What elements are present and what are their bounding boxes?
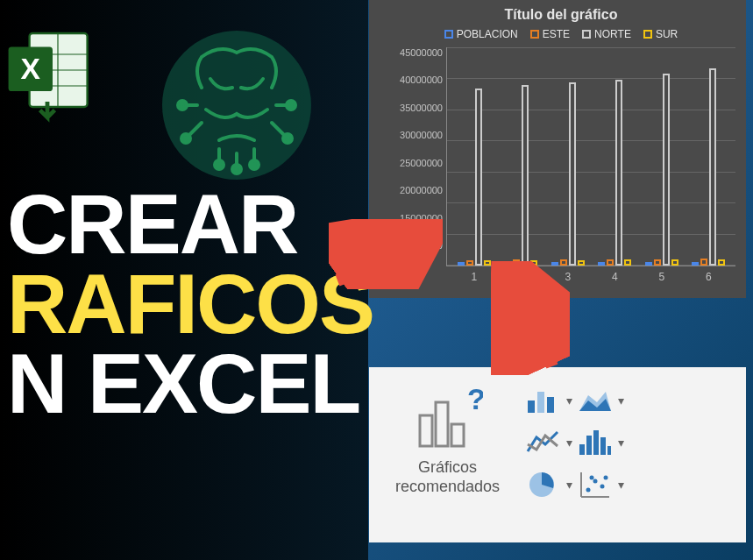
bar (709, 68, 716, 266)
bar (475, 89, 482, 266)
svg-rect-22 (579, 444, 585, 455)
x-tick: 6 (706, 271, 712, 283)
legend-swatch-icon (643, 30, 652, 39)
chart-title: Título del gráfico (387, 7, 735, 23)
chevron-down-icon[interactable]: ▾ (618, 436, 624, 450)
area-chart-icon[interactable] (578, 385, 613, 416)
bar-group: 5 (638, 74, 686, 266)
bar (671, 259, 678, 266)
legend-swatch-icon (582, 30, 591, 39)
bar-chart-icon[interactable] (526, 385, 561, 416)
pie-chart-icon[interactable] (526, 469, 561, 500)
svg-rect-23 (586, 436, 592, 455)
bar (578, 260, 585, 266)
circuit-brain-icon (158, 26, 316, 184)
bar (466, 260, 473, 266)
bar (615, 80, 622, 266)
recommended-charts-icon: ? (413, 385, 483, 455)
bar (458, 262, 465, 266)
svg-point-33 (604, 476, 608, 480)
svg-rect-25 (600, 437, 606, 455)
left-panel: X (0, 0, 368, 560)
svg-point-34 (590, 476, 594, 480)
legend-item: NORTE (582, 28, 631, 40)
y-tick: 25000000 (400, 158, 443, 168)
chart-type-grid: ▾ ▾ ▾ ▾ ▾ ▾ (526, 385, 624, 500)
svg-rect-24 (593, 430, 599, 455)
legend-label: POBLACION (457, 28, 518, 40)
svg-point-10 (283, 134, 292, 143)
title-block: CREAR RAFICOS N EXCEL (0, 184, 368, 424)
y-tick: 40000000 (400, 74, 443, 85)
legend-item: SUR (643, 28, 678, 40)
thumbnail-canvas: X (0, 0, 753, 560)
legend-swatch-icon (530, 30, 539, 39)
bar (607, 259, 614, 266)
svg-point-30 (586, 488, 591, 493)
svg-point-31 (593, 479, 598, 484)
x-tick: 4 (612, 271, 618, 283)
bar-group: 4 (592, 80, 639, 266)
svg-rect-26 (607, 446, 611, 455)
legend-label: NORTE (594, 28, 631, 40)
bar-group: 6 (686, 68, 733, 266)
svg-point-14 (232, 165, 241, 174)
legend-label: ESTE (543, 28, 570, 40)
chevron-down-icon[interactable]: ▾ (566, 436, 572, 450)
title-line-1: CREAR (0, 184, 368, 264)
legend-swatch-icon (444, 30, 453, 39)
svg-point-11 (287, 101, 295, 110)
bar (645, 262, 652, 266)
title-line-3: N EXCEL (0, 344, 368, 423)
svg-rect-21 (547, 397, 554, 413)
recommended-charts-button[interactable]: ? Gráficos recomendados (395, 385, 500, 496)
svg-text:X: X (21, 53, 41, 85)
x-tick: 5 (658, 271, 664, 283)
excel-ribbon-panel: ? Gráficos recomendados ▾ ▾ ▾ ▾ (369, 367, 746, 542)
svg-rect-19 (528, 401, 535, 413)
bar (569, 82, 576, 266)
bar-group: 2 (498, 85, 545, 266)
y-tick: 20000000 (400, 185, 443, 195)
bar (624, 259, 631, 266)
bar (522, 85, 529, 266)
bar-group: 1 (451, 89, 498, 266)
legend-item: ESTE (530, 28, 570, 40)
svg-rect-20 (537, 392, 544, 413)
arrow-annotation-2 (491, 261, 570, 379)
chevron-down-icon[interactable]: ▾ (618, 393, 624, 408)
bar-group: 3 (544, 82, 592, 266)
excel-logo-icon: X (0, 18, 105, 123)
chevron-down-icon[interactable]: ▾ (618, 478, 624, 492)
histogram-icon[interactable] (578, 427, 613, 458)
chevron-down-icon[interactable]: ▾ (566, 393, 572, 408)
title-line-2: RAFICOS (0, 264, 368, 344)
svg-rect-17 (451, 424, 464, 446)
y-tick: 30000000 (400, 130, 443, 140)
bar (663, 74, 670, 266)
y-tick: 35000000 (400, 103, 443, 113)
svg-point-32 (600, 485, 605, 489)
svg-point-9 (181, 134, 190, 143)
svg-rect-16 (436, 402, 448, 446)
plot-area: 123456 (446, 47, 735, 266)
arrow-annotation-1 (329, 219, 443, 293)
scatter-chart-icon[interactable] (578, 469, 613, 500)
svg-point-12 (215, 160, 224, 169)
svg-rect-15 (420, 415, 432, 446)
legend-item: POBLACION (444, 28, 518, 40)
line-chart-icon[interactable] (526, 427, 561, 458)
bar (700, 259, 707, 266)
y-tick: 45000000 (400, 47, 443, 58)
legend-label: SUR (656, 28, 678, 40)
recommended-charts-label: Gráficos recomendados (395, 458, 500, 496)
svg-point-8 (178, 101, 187, 110)
x-tick: 1 (471, 271, 477, 283)
svg-text:?: ? (467, 385, 483, 415)
bar (598, 262, 605, 266)
bar (484, 260, 491, 266)
bar (692, 262, 699, 266)
svg-point-13 (250, 160, 259, 169)
chevron-down-icon[interactable]: ▾ (566, 478, 572, 492)
bar (718, 259, 725, 266)
